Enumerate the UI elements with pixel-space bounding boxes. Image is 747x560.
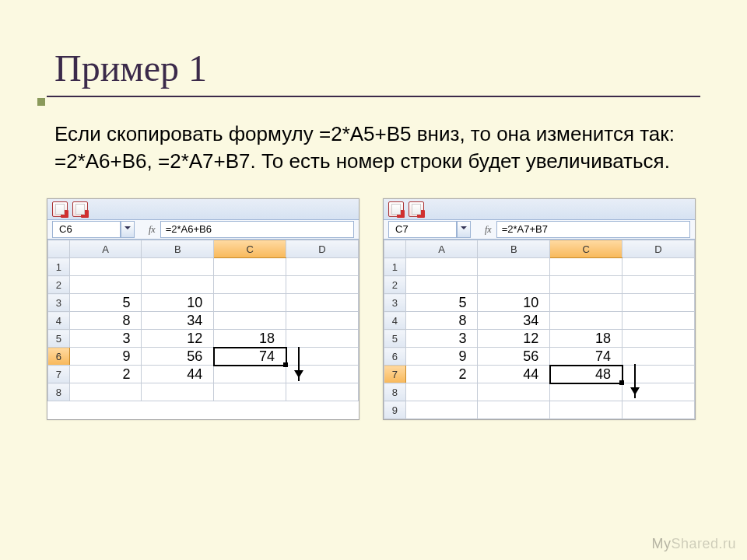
name-box[interactable]: C6	[52, 221, 121, 238]
selected-cell[interactable]: 48	[550, 366, 622, 383]
row-header[interactable]: 8	[48, 383, 70, 401]
row-header[interactable]: 1	[384, 258, 406, 276]
col-header[interactable]: B	[142, 240, 214, 258]
col-header[interactable]: A	[405, 240, 478, 258]
pdf-icon	[52, 201, 68, 217]
cell[interactable]: 56	[142, 348, 214, 366]
row-header[interactable]: 5	[384, 330, 406, 348]
formula-input[interactable]: =2*A6+B6	[160, 221, 354, 238]
cell[interactable]: 34	[478, 312, 550, 330]
pdf-icon	[72, 201, 88, 217]
pdf-icon	[409, 201, 424, 217]
down-arrow-icon	[634, 364, 636, 398]
selected-cell[interactable]: 74	[214, 348, 286, 366]
formula-bar: C6 fx =2*A6+B6	[47, 220, 359, 240]
cell[interactable]: 44	[142, 366, 214, 383]
cell[interactable]: 44	[478, 366, 550, 383]
watermark-left: My	[651, 536, 671, 551]
col-header-selected[interactable]: C	[214, 240, 286, 258]
cell[interactable]: 5	[69, 294, 142, 312]
col-header-selected[interactable]: C	[550, 240, 622, 258]
cell[interactable]: 3	[69, 330, 142, 348]
cell[interactable]: 18	[214, 330, 286, 348]
row-header-selected[interactable]: 7	[384, 366, 406, 383]
row-header[interactable]: 4	[48, 312, 70, 330]
row-header[interactable]: 7	[48, 366, 70, 383]
row-header[interactable]: 2	[384, 276, 406, 294]
cell[interactable]: 12	[142, 330, 214, 348]
cell[interactable]: 9	[69, 348, 142, 366]
excel-screenshot-left: C6 fx =2*A6+B6 A B C D 1 2 3510 4834 531…	[47, 198, 359, 420]
cell[interactable]: 2	[405, 366, 478, 383]
cell[interactable]: 74	[550, 348, 622, 366]
fx-label[interactable]: fx	[149, 224, 156, 236]
cell[interactable]: 8	[69, 312, 142, 330]
title-rule	[47, 96, 700, 97]
col-header[interactable]: A	[69, 240, 142, 258]
excel-screenshot-right: C7 fx =2*A7+B7 A B C D 1 2 3510 4834 531…	[383, 198, 696, 420]
down-arrow-icon	[298, 347, 300, 381]
row-header[interactable]: 2	[48, 276, 70, 294]
col-header[interactable]: D	[622, 240, 695, 258]
row-header-selected[interactable]: 6	[48, 348, 70, 366]
name-box-dropdown[interactable]	[457, 221, 471, 238]
row-header[interactable]: 6	[384, 348, 406, 366]
watermark-right: Shared.ru	[671, 536, 736, 551]
bullet-icon	[37, 98, 45, 106]
row-header[interactable]: 3	[384, 294, 406, 312]
excel-toolbar	[47, 199, 359, 220]
formula-input[interactable]: =2*A7+B7	[496, 221, 690, 238]
cell[interactable]: 9	[405, 348, 478, 366]
row-header[interactable]: 3	[48, 294, 70, 312]
cell[interactable]: 12	[478, 330, 550, 348]
row-header[interactable]: 5	[48, 330, 70, 348]
excel-toolbar	[384, 199, 695, 220]
slide-title: Пример 1	[54, 47, 708, 89]
name-box-dropdown[interactable]	[121, 221, 135, 238]
cell[interactable]: 3	[405, 330, 478, 348]
cell[interactable]: 10	[142, 294, 214, 312]
select-all-cell[interactable]	[48, 240, 70, 258]
cell[interactable]: 56	[478, 348, 550, 366]
watermark: MyShared.ru	[651, 536, 736, 552]
cell[interactable]: 18	[550, 330, 622, 348]
fx-label[interactable]: fx	[485, 224, 492, 236]
formula-bar: C7 fx =2*A7+B7	[384, 220, 695, 240]
cell[interactable]: 34	[142, 312, 214, 330]
cell[interactable]: 10	[478, 294, 550, 312]
cell[interactable]: 2	[69, 366, 142, 383]
cell[interactable]: 5	[405, 294, 478, 312]
name-box[interactable]: C7	[388, 221, 457, 238]
spreadsheet-grid[interactable]: A B C D 1 2 3510 4834 531218 695674 7244…	[47, 240, 359, 401]
row-header[interactable]: 8	[384, 383, 406, 401]
row-header[interactable]: 4	[384, 312, 406, 330]
pdf-icon	[388, 201, 404, 217]
row-header[interactable]: 1	[48, 258, 70, 276]
col-header[interactable]: B	[478, 240, 550, 258]
row-header[interactable]: 9	[384, 401, 406, 419]
spreadsheet-grid[interactable]: A B C D 1 2 3510 4834 531218 695674 7244…	[384, 240, 695, 419]
select-all-cell[interactable]	[384, 240, 406, 258]
col-header[interactable]: D	[286, 240, 359, 258]
cell[interactable]: 8	[405, 312, 478, 330]
slide-body-text: Если скопировать формулу =2*А5+В5 вниз, …	[54, 121, 700, 175]
